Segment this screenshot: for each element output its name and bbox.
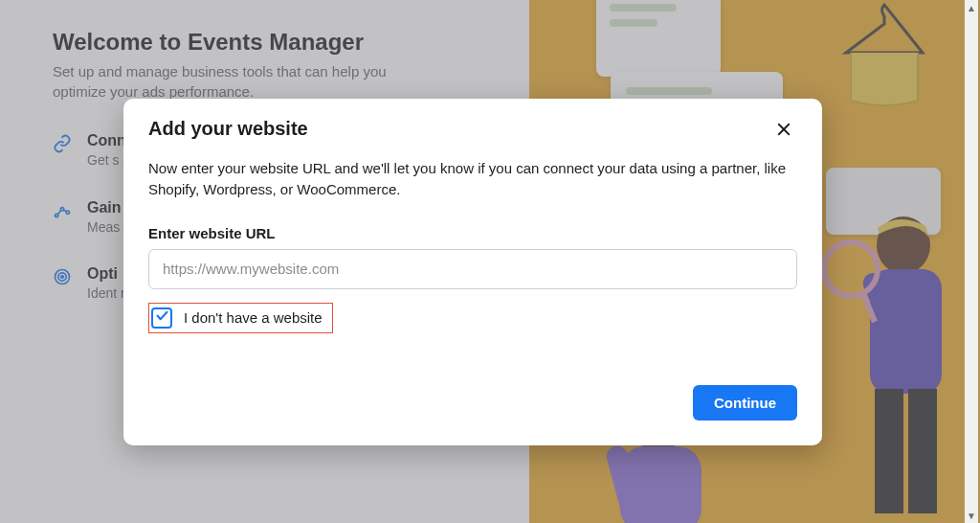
- continue-button[interactable]: Continue: [693, 385, 797, 421]
- no-website-label: I don't have a website: [184, 309, 323, 326]
- modal-header: Add your website: [148, 118, 797, 145]
- scroll-up-arrow[interactable]: ▲: [965, 0, 978, 15]
- no-website-checkbox-row[interactable]: I don't have a website: [148, 303, 333, 333]
- modal-footer: Continue: [148, 385, 797, 421]
- scrollbar[interactable]: ▲ ▼: [965, 0, 978, 523]
- no-website-checkbox[interactable]: [151, 307, 172, 329]
- check-icon: [155, 308, 169, 327]
- close-icon: [775, 121, 792, 142]
- modal-title: Add your website: [148, 118, 308, 140]
- add-website-modal: Add your website Now enter your website …: [123, 99, 822, 445]
- website-url-input[interactable]: [148, 249, 797, 289]
- close-button[interactable]: [770, 118, 797, 145]
- modal-description: Now enter your website URL and we'll let…: [148, 158, 790, 200]
- url-input-label: Enter website URL: [148, 225, 797, 241]
- scroll-down-arrow[interactable]: ▼: [965, 508, 978, 523]
